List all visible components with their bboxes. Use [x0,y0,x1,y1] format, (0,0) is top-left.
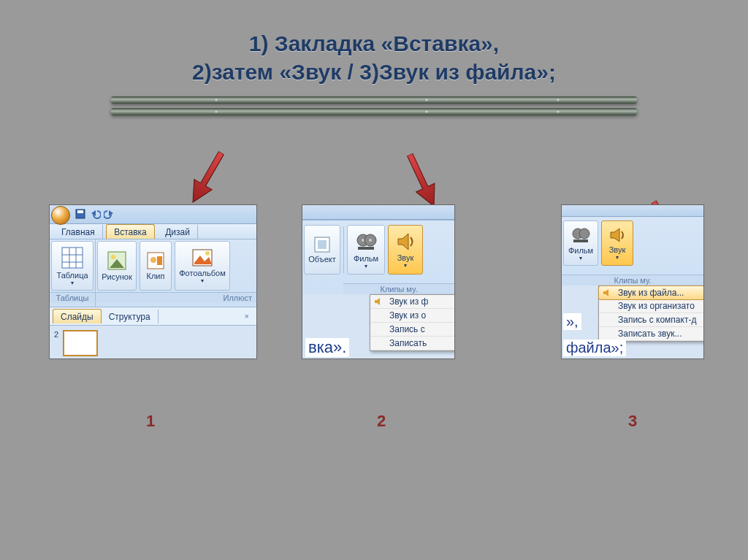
svg-marker-29 [375,298,380,305]
step-label-1: 1 [146,412,155,431]
group-tables-label: Таблицы [50,292,95,303]
redo-icon[interactable] [104,208,115,220]
svg-rect-27 [358,247,374,250]
svg-point-24 [362,239,365,242]
step-label-2: 2 [377,412,386,431]
screenshot-insert-tab: Главная Вставка Дизай Таблица ▾ Таблицы … [49,204,257,359]
slide-title: 1) Закладка «Вставка», 2)затем «Звук / 3… [0,0,748,86]
movie-button[interactable]: Фильм ▾ [347,225,385,275]
menu-record-cd[interactable]: Запись с [370,323,455,337]
movie-icon [355,231,377,253]
menu-sound-from-organizer[interactable]: Звук из организато [599,299,704,313]
text-snippet: файла»; [563,340,626,356]
svg-marker-34 [603,289,608,296]
office-button-icon[interactable] [51,206,70,225]
photoalbum-button[interactable]: Фотоальбом ▾ [175,241,230,291]
group-clips-label: Клипы му. [562,275,703,285]
pane-outline-tab[interactable]: Структура [102,310,159,323]
undo-icon[interactable] [89,208,101,220]
group-illust-label: Иллюст [96,292,256,303]
svg-marker-33 [611,229,619,242]
close-pane-icon[interactable]: × [245,312,253,321]
speaker-icon [395,231,416,252]
group-clips-label: Клипы му. [343,283,454,294]
menu-record-cd[interactable]: Запись с компакт-д [599,313,704,327]
svg-point-13 [111,255,115,259]
sound-dropdown-menu: Звук из ф Звук из о Запись с Записать [370,294,455,351]
tab-insert[interactable]: Вставка [106,224,155,239]
movie-icon [571,226,590,245]
svg-rect-22 [318,240,327,249]
tab-design[interactable]: Дизай [158,225,198,239]
screenshot-sound-button: Объект Фильм ▾ Звук ▾ Клипы му. Звук из … [302,204,455,359]
object-button[interactable]: Объект [304,225,340,275]
menu-sound-from-organizer[interactable]: Звук из о [370,309,455,323]
svg-marker-1 [400,150,443,211]
picture-button[interactable]: Рисунок [97,241,137,291]
sound-button[interactable]: Звук ▾ [388,225,423,275]
sound-button[interactable]: Звук ▾ [601,220,633,266]
speaker-icon [608,226,626,244]
decorative-divider [111,96,637,104]
screenshot-sound-from-file: Фильм ▾ Звук ▾ Клипы му. Звук из файла..… [561,204,704,359]
clipart-icon [146,251,165,270]
title-line2: 2)затем «Звук / 3)Звук из файла»; [192,60,556,84]
svg-rect-7 [62,248,83,268]
movie-button[interactable]: Фильм ▾ [563,220,598,266]
object-icon [313,236,331,253]
text-snippet: вка». [305,338,349,357]
speaker-icon [602,288,614,298]
svg-point-20 [205,251,210,256]
slide-thumbnail[interactable] [63,330,98,356]
pane-slides-tab[interactable]: Слайды [53,309,102,323]
text-snippet: », [563,313,581,330]
tab-home[interactable]: Главная [54,225,103,239]
photoalbum-icon [191,248,213,267]
menu-sound-from-file[interactable]: Звук из файла... [598,285,704,300]
sound-dropdown-menu: Звук из файла... Звук из организато Запи… [598,285,704,342]
table-button[interactable]: Таблица ▾ [51,241,94,291]
svg-point-26 [369,239,372,242]
table-icon [61,246,84,269]
picture-icon [107,250,127,271]
svg-marker-28 [398,234,408,250]
slide-number: 2 [54,330,58,359]
step-label-3: 3 [628,412,637,431]
decorative-divider2 [111,108,637,115]
svg-rect-4 [77,210,83,213]
speaker-icon [373,296,385,307]
title-line1: 1) Закладка «Вставка», [249,31,499,55]
svg-marker-0 [184,147,230,207]
svg-rect-17 [157,256,162,265]
svg-rect-32 [573,239,588,242]
svg-point-31 [579,229,589,239]
save-icon[interactable] [75,208,86,220]
menu-record-sound[interactable]: Записать [370,337,455,350]
svg-point-16 [150,257,156,263]
clip-button[interactable]: Клип [140,241,172,291]
menu-sound-from-file[interactable]: Звук из ф [370,295,455,309]
